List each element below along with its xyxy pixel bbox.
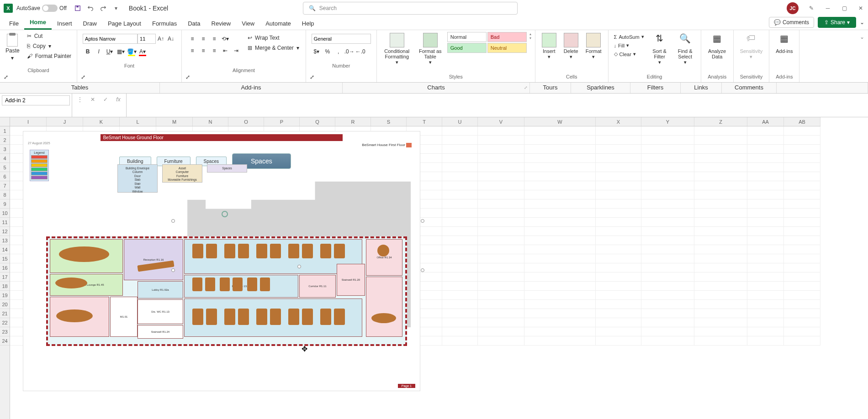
fill-button[interactable]: ↓Fill ▾ (613, 42, 645, 49)
qat-customize-icon[interactable]: ▾ (112, 5, 120, 12)
charts-launcher-icon[interactable]: ⤢ (524, 85, 528, 90)
ribbon-options-icon[interactable]: ⌄ (856, 30, 868, 82)
col-header-AA[interactable]: AA (747, 117, 784, 126)
row-header-3[interactable]: 3 (0, 145, 10, 154)
cut-button[interactable]: ✂Cut (25, 32, 73, 40)
format-as-table-button[interactable]: Format as Table▾ (416, 32, 445, 66)
style-normal[interactable]: Normal (447, 32, 487, 42)
minimize-icon[interactable]: ─ (824, 5, 831, 12)
col-header-K[interactable]: K (83, 117, 120, 126)
align-middle-icon[interactable]: ≡ (198, 34, 208, 44)
row-header-7[interactable]: 7 (0, 181, 10, 190)
comma-format-icon[interactable]: , (333, 47, 344, 57)
row-header-8[interactable]: 8 (0, 190, 10, 199)
selection-handle[interactable] (421, 268, 424, 272)
ribbon2-sparklines[interactable]: Sparklines (571, 83, 630, 93)
maximize-icon[interactable]: ▢ (841, 5, 848, 12)
wrap-text-button[interactable]: ↩Wrap Text (247, 34, 300, 42)
ribbon-collapse-icon[interactable]: ⌄ (860, 19, 864, 26)
border-button[interactable]: ▦▾ (116, 47, 126, 57)
font-color-button[interactable]: A▾ (138, 47, 148, 57)
col-header-Z[interactable]: Z (694, 117, 747, 126)
redo-icon[interactable] (100, 5, 107, 12)
style-bad[interactable]: Bad (487, 32, 527, 42)
fx-icon[interactable]: fx (114, 95, 122, 104)
clear-button[interactable]: ◇Clear ▾ (613, 50, 645, 58)
align-center-icon[interactable]: ≡ (198, 46, 208, 56)
decrease-indent-icon[interactable]: ⇤ (220, 46, 230, 56)
decrease-decimal-icon[interactable]: ←.0 (355, 47, 365, 57)
row-header-4[interactable]: 4 (0, 154, 10, 163)
addins-button[interactable]: ▦Add-ins (773, 32, 795, 55)
row-header-15[interactable]: 15 (0, 254, 10, 263)
sensitivity-button[interactable]: 🏷Sensitivity▾ (737, 32, 766, 61)
format-painter-button[interactable]: 🖌Format Painter (25, 52, 73, 60)
increase-indent-icon[interactable]: ⇥ (231, 46, 241, 56)
select-all-corner[interactable] (0, 117, 10, 126)
col-header-X[interactable]: X (596, 117, 641, 126)
selection-handle[interactable] (297, 265, 301, 268)
increase-font-icon[interactable]: A↑ (156, 34, 166, 44)
share-button[interactable]: ⇪ Share ▾ (818, 17, 856, 28)
row-header-13[interactable]: 13 (0, 236, 10, 245)
row-header-11[interactable]: 11 (0, 218, 10, 227)
ribbon2-addins[interactable]: Add-ins (160, 83, 343, 93)
alignment-launcher-icon[interactable]: ⤢ (185, 74, 302, 80)
col-header-V[interactable]: V (478, 117, 524, 126)
row-header-16[interactable]: 16 (0, 263, 10, 272)
col-header-AB[interactable]: AB (784, 117, 820, 126)
conditional-formatting-button[interactable]: Conditional Formatting▾ (381, 32, 413, 66)
analyze-data-button[interactable]: ▦Analyze Data (705, 32, 730, 60)
row-header-24[interactable]: 24 (0, 336, 10, 346)
row-header-5[interactable]: 5 (0, 163, 10, 172)
col-header-P[interactable]: P (264, 117, 300, 126)
col-header-Q[interactable]: Q (300, 117, 335, 126)
underline-button[interactable]: U▾ (105, 47, 115, 57)
align-left-icon[interactable]: ≡ (187, 46, 197, 56)
align-top-icon[interactable]: ≡ (187, 34, 197, 44)
tab-data[interactable]: Data (182, 17, 206, 30)
tab-file[interactable]: File (4, 17, 24, 30)
row-header-21[interactable]: 21 (0, 309, 10, 318)
tab-help[interactable]: Help (296, 17, 320, 30)
ribbon2-filters[interactable]: Filters (630, 83, 681, 93)
sort-filter-button[interactable]: ⇅Sort & Filter▾ (648, 32, 672, 74)
tab-automate[interactable]: Automate (260, 17, 296, 30)
ribbon2-links[interactable]: Links (681, 83, 722, 93)
selection-handle[interactable] (171, 268, 175, 272)
tab-insert[interactable]: Insert (52, 17, 78, 30)
clipboard-launcher-icon[interactable]: ⤢ (4, 74, 73, 80)
row-header-10[interactable]: 10 (0, 209, 10, 218)
orientation-icon[interactable]: ⟲▾ (220, 34, 230, 44)
cancel-formula-icon[interactable]: ✕ (89, 95, 97, 104)
comments-button[interactable]: 💬 Comments (769, 17, 814, 28)
row-header-9[interactable]: 9 (0, 199, 10, 209)
col-header-N[interactable]: N (193, 117, 228, 126)
number-launcher-icon[interactable]: ⤢ (310, 74, 373, 80)
rotate-handle-icon[interactable] (222, 211, 228, 217)
row-header-19[interactable]: 19 (0, 291, 10, 300)
row-header-23[interactable]: 23 (0, 327, 10, 336)
col-header-S[interactable]: S (371, 117, 407, 126)
tab-view[interactable]: View (236, 17, 260, 30)
autosave-toggle[interactable] (42, 5, 58, 12)
decrease-font-icon[interactable]: A↓ (166, 34, 176, 44)
fill-color-button[interactable]: 🪣▾ (127, 47, 137, 57)
save-icon[interactable] (74, 5, 81, 12)
row-header-20[interactable]: 20 (0, 300, 10, 309)
selection-handle[interactable] (421, 219, 424, 223)
col-header-W[interactable]: W (524, 117, 596, 126)
col-header-Y[interactable]: Y (641, 117, 694, 126)
undo-icon[interactable] (87, 5, 94, 12)
row-header-22[interactable]: 22 (0, 318, 10, 327)
find-select-button[interactable]: 🔍Find & Select▾ (673, 32, 697, 74)
style-good[interactable]: Good (447, 43, 487, 53)
percent-format-icon[interactable]: % (323, 47, 333, 57)
row-header-18[interactable]: 18 (0, 282, 10, 291)
col-header-L[interactable]: L (120, 117, 156, 126)
insert-cells-button[interactable]: Insert▾ (539, 32, 559, 61)
tab-formulas[interactable]: Formulas (147, 17, 182, 30)
bold-button[interactable]: B (83, 47, 93, 57)
tab-home[interactable]: Home (24, 16, 52, 30)
cell-styles-gallery[interactable]: Normal Bad Good Neutral (447, 32, 527, 53)
